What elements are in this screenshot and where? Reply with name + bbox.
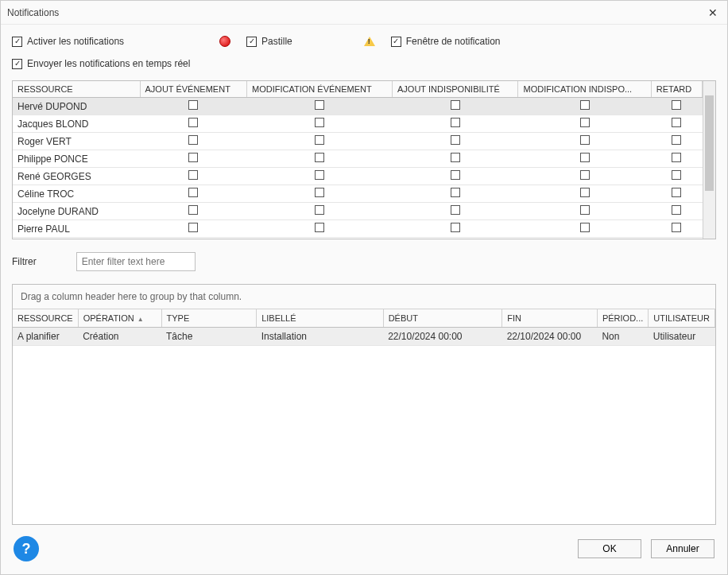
notifications-dialog: Notifications ✕ Activer les notification… xyxy=(0,0,728,575)
table-row[interactable]: Philippe PONCE xyxy=(13,150,703,168)
grid-checkbox[interactable] xyxy=(580,118,590,127)
grid-checkbox[interactable] xyxy=(580,153,590,162)
grid-checkbox[interactable] xyxy=(451,100,460,110)
grid-checkbox[interactable] xyxy=(188,100,198,110)
cancel-button[interactable]: Annuler xyxy=(651,539,714,558)
ok-button[interactable]: OK xyxy=(578,539,641,558)
grid-checkbox[interactable] xyxy=(315,153,324,162)
resource-name: Roger VERT xyxy=(13,133,140,150)
col-ajout-evenement[interactable]: AJOUT ÉVÉNEMENT xyxy=(140,81,247,98)
grid-checkbox[interactable] xyxy=(451,153,460,162)
grid-checkbox[interactable] xyxy=(672,100,681,110)
grid-checkbox[interactable] xyxy=(580,135,590,145)
grid-checkbox[interactable] xyxy=(451,118,460,127)
col2-debut[interactable]: DÉBUT xyxy=(383,309,502,328)
resource-name: Philippe PONCE xyxy=(13,150,140,168)
col-modif-indispo[interactable]: MODIFICATION INDISPO... xyxy=(518,81,651,98)
resource-name: Hervé DUPOND xyxy=(13,98,140,115)
resource-name: Jocelyne DURAND xyxy=(13,203,140,220)
grid-checkbox[interactable] xyxy=(315,170,324,180)
grid-checkbox[interactable] xyxy=(672,205,681,215)
resources-scrollbar[interactable] xyxy=(703,81,715,239)
col-modif-evenement[interactable]: MODIFICATION ÉVÉNEMENT xyxy=(247,81,393,98)
grid-checkbox[interactable] xyxy=(451,223,460,232)
close-icon[interactable]: ✕ xyxy=(705,5,721,21)
table-row[interactable]: René GEORGES xyxy=(13,168,703,185)
grid-checkbox[interactable] xyxy=(451,188,460,197)
notif-window-checkbox[interactable] xyxy=(391,37,401,47)
red-dot-icon xyxy=(219,36,230,47)
col-ressource[interactable]: RESSOURCE xyxy=(13,81,140,98)
col2-type[interactable]: TYPE xyxy=(161,309,257,328)
grid-checkbox[interactable] xyxy=(315,205,324,215)
grid-checkbox[interactable] xyxy=(315,223,324,232)
window-title: Notifications xyxy=(7,7,59,18)
col2-periode[interactable]: PÉRIOD... xyxy=(597,309,648,328)
grid-checkbox[interactable] xyxy=(672,153,681,162)
grid-checkbox[interactable] xyxy=(188,170,198,180)
table-row[interactable]: Hervé DUPOND xyxy=(13,98,703,115)
titlebar: Notifications ✕ xyxy=(1,1,727,25)
col2-libelle[interactable]: LIBELLÉ xyxy=(257,309,384,328)
grid-checkbox[interactable] xyxy=(188,223,198,232)
sort-arrow-icon: ▲ xyxy=(137,316,144,323)
col-ajout-indispo[interactable]: AJOUT INDISPONIBILITÉ xyxy=(393,81,518,98)
realtime-checkbox[interactable] xyxy=(12,59,22,69)
pastille-checkbox[interactable] xyxy=(246,37,257,47)
grid-checkbox[interactable] xyxy=(451,170,460,180)
warning-icon xyxy=(364,37,375,46)
grid-checkbox[interactable] xyxy=(451,135,460,145)
resource-name: Céline TROC xyxy=(13,185,140,203)
table-row[interactable]: A planifier Création Tâche Installation … xyxy=(13,328,715,346)
group-by-bar[interactable]: Drag a column header here to group by th… xyxy=(13,285,715,309)
grid-checkbox[interactable] xyxy=(188,188,198,197)
grid-checkbox[interactable] xyxy=(580,188,590,197)
grid-checkbox[interactable] xyxy=(315,188,324,197)
grid-checkbox[interactable] xyxy=(672,223,681,232)
filter-input[interactable] xyxy=(76,252,196,271)
table-row[interactable]: Céline TROC xyxy=(13,185,703,203)
table-row[interactable]: Jacques BLOND xyxy=(13,115,703,133)
table-row[interactable]: Jocelyne DURAND xyxy=(13,203,703,220)
col-retard[interactable]: RETARD xyxy=(651,81,702,98)
resources-grid[interactable]: RESSOURCE AJOUT ÉVÉNEMENT MODIFICATION É… xyxy=(12,80,716,239)
grid-checkbox[interactable] xyxy=(672,118,681,127)
grid-checkbox[interactable] xyxy=(580,170,590,180)
col2-ressource[interactable]: RESSOURCE xyxy=(13,309,78,328)
grid-checkbox[interactable] xyxy=(188,205,198,215)
activate-notifications-checkbox[interactable] xyxy=(12,37,22,47)
grid-checkbox[interactable] xyxy=(580,223,590,232)
table-row[interactable]: Roger VERT xyxy=(13,133,703,150)
grid-checkbox[interactable] xyxy=(672,188,681,197)
grid-checkbox[interactable] xyxy=(580,100,590,110)
activate-notifications-label: Activer les notifications xyxy=(27,36,124,47)
grid-checkbox[interactable] xyxy=(672,170,681,180)
help-button[interactable]: ? xyxy=(14,536,39,561)
grid-checkbox[interactable] xyxy=(188,135,198,145)
grid-checkbox[interactable] xyxy=(451,205,460,215)
col2-fin[interactable]: FIN xyxy=(502,309,598,328)
grid-checkbox[interactable] xyxy=(188,153,198,162)
realtime-label: Envoyer les notifications en temps réel xyxy=(27,58,190,69)
col2-operation[interactable]: OPÉRATION▲ xyxy=(78,309,161,328)
grid-checkbox[interactable] xyxy=(672,135,681,145)
resource-name: René GEORGES xyxy=(13,168,140,185)
grid-checkbox[interactable] xyxy=(580,205,590,215)
notif-window-label: Fenêtre de notification xyxy=(406,36,501,47)
filter-label: Filtrer xyxy=(12,256,37,267)
grid-checkbox[interactable] xyxy=(315,135,324,145)
events-grid[interactable]: Drag a column header here to group by th… xyxy=(12,284,716,525)
resource-name: Jacques BLOND xyxy=(13,115,140,133)
table-row[interactable]: Pierre PAUL xyxy=(13,220,703,238)
resource-name: Pierre PAUL xyxy=(13,220,140,238)
pastille-label: Pastille xyxy=(261,36,292,47)
col2-utilisateur[interactable]: UTILISATEUR xyxy=(649,309,715,328)
grid-checkbox[interactable] xyxy=(188,118,198,127)
grid-checkbox[interactable] xyxy=(315,118,324,127)
grid-checkbox[interactable] xyxy=(315,100,324,110)
